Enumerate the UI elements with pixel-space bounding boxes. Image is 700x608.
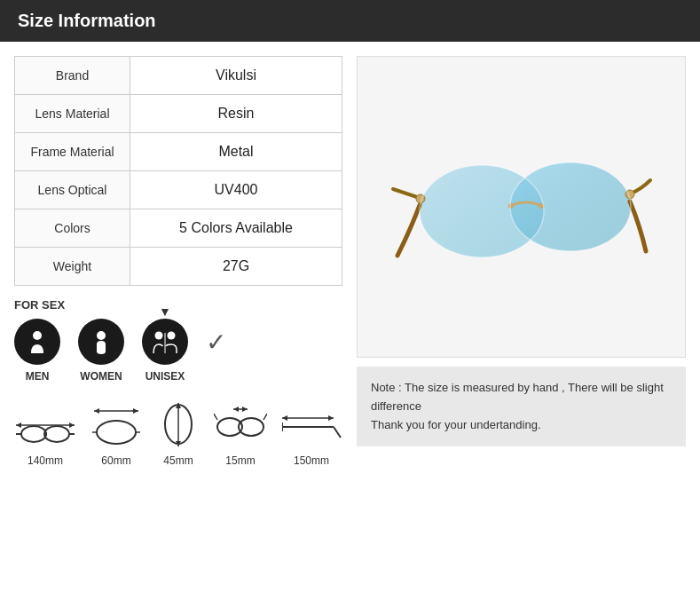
dim-item-140: 140mm	[14, 400, 76, 467]
dim-icon-temple	[280, 400, 342, 449]
product-image	[357, 56, 686, 358]
svg-point-8	[21, 426, 46, 442]
svg-marker-15	[94, 408, 99, 414]
svg-point-3	[168, 332, 176, 340]
sex-icons: MEN WOMEN ▼	[14, 319, 342, 383]
svg-line-26	[214, 414, 217, 420]
svg-marker-7	[69, 422, 75, 428]
checkmark-icon: ✓	[206, 328, 226, 357]
table-row: Brand Vikulsi	[15, 57, 342, 95]
table-row: Weight 27G	[15, 248, 342, 286]
table-row: Lens Optical UV400	[15, 171, 342, 209]
svg-point-9	[44, 426, 69, 442]
men-icon	[14, 319, 60, 365]
svg-marker-34	[282, 415, 287, 421]
unisex-icon	[142, 319, 188, 365]
dim-icon-bridge	[214, 400, 267, 449]
svg-rect-36	[282, 422, 283, 431]
svg-point-17	[97, 421, 136, 444]
svg-line-27	[263, 414, 267, 420]
selected-arrow: ▼	[159, 304, 171, 319]
dim-item-15: 15mm	[214, 400, 267, 467]
note-line2: Thank you for your undertanding.	[371, 416, 672, 435]
sex-item-men: MEN	[14, 319, 60, 383]
dim-label-60: 60mm	[101, 454, 130, 467]
men-label: MEN	[26, 370, 50, 383]
dim-item-60: 60mm	[90, 400, 143, 467]
dim-label-15: 15mm	[225, 454, 255, 467]
table-cell-label: Frame Material	[15, 133, 130, 171]
women-icon	[78, 319, 124, 365]
left-panel: Brand Vikulsi Lens Material Resin Frame …	[14, 56, 342, 467]
svg-point-0	[33, 331, 42, 340]
checkmark-item: ✓	[206, 319, 226, 365]
header: Size Information	[0, 0, 700, 42]
svg-point-2	[155, 332, 163, 340]
dim-icon-width	[14, 400, 76, 449]
svg-point-41	[508, 203, 514, 209]
note-line1: Note : The size is measured by hand , Th…	[371, 379, 672, 416]
women-label: WOMEN	[80, 370, 122, 383]
dim-label-140: 140mm	[28, 454, 63, 467]
table-cell-label: Lens Material	[15, 95, 130, 133]
dimensions-section: 140mm 60mm	[14, 400, 342, 467]
svg-marker-6	[16, 422, 21, 428]
svg-point-1	[97, 331, 106, 340]
svg-marker-16	[133, 408, 138, 414]
svg-line-32	[334, 427, 341, 438]
table-cell-label: Colors	[15, 209, 130, 248]
note-box: Note : The size is measured by hand , Th…	[357, 367, 686, 446]
svg-marker-29	[233, 407, 239, 412]
svg-marker-30	[242, 407, 248, 412]
table-cell-value: 27G	[130, 248, 342, 286]
dim-label-45: 45mm	[163, 454, 193, 467]
dim-item-150: 150mm	[280, 400, 342, 467]
sex-item-women: WOMEN	[78, 319, 124, 383]
table-cell-value: Vikulsi	[130, 57, 342, 95]
sex-label: FOR SEX	[14, 298, 342, 312]
sex-section: FOR SEX MEN	[14, 298, 342, 383]
dim-label-150: 150mm	[294, 454, 329, 467]
table-row: Lens Material Resin	[15, 95, 342, 133]
sex-item-unisex: ▼ UNISEX	[142, 319, 188, 383]
table-cell-value: Metal	[130, 133, 342, 171]
dim-item-45: 45mm	[156, 400, 201, 467]
table-cell-value: 5 Colors Available	[130, 209, 342, 248]
unisex-label: UNISEX	[146, 370, 185, 383]
table-cell-label: Brand	[15, 57, 130, 95]
table-cell-label: Weight	[15, 248, 130, 286]
svg-marker-35	[328, 415, 334, 421]
table-cell-value: UV400	[130, 171, 342, 209]
dim-icon-lens-width	[90, 400, 143, 449]
table-cell-label: Lens Optical	[15, 171, 130, 209]
dim-icon-lens-height	[156, 400, 201, 449]
header-title: Size Information	[18, 11, 156, 30]
table-cell-value: Resin	[130, 95, 342, 133]
right-panel: Note : The size is measured by hand , Th…	[357, 56, 686, 467]
table-row: Frame Material Metal	[15, 133, 342, 171]
info-table: Brand Vikulsi Lens Material Resin Frame …	[14, 56, 342, 286]
table-row: Colors 5 Colors Available	[15, 209, 342, 248]
